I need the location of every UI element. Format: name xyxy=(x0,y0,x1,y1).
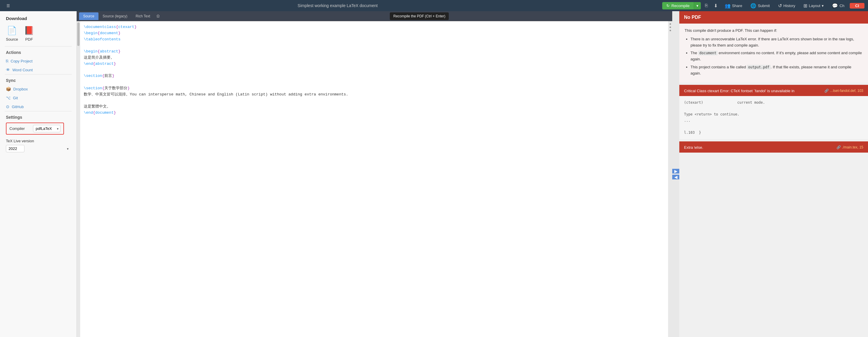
copy-project-item[interactable]: ⎘ Copy Project xyxy=(0,57,76,65)
spell-check-icon[interactable]: Ω xyxy=(154,12,162,20)
word-count-icon: 👁 xyxy=(6,67,10,72)
download-section-title: Download xyxy=(0,11,76,23)
code-line-10: 这是繁體中文。 xyxy=(84,104,664,110)
critical-error-header: Critical Class ctexart Error: CTeX fonts… xyxy=(679,86,868,96)
sidebar: Download 📄 Source 📕 PDF Actions ⎘ Copy P… xyxy=(0,11,77,337)
settings-title: Settings xyxy=(6,115,70,120)
code-blank-3 xyxy=(84,79,664,86)
recompile-button[interactable]: ↻ Recompile xyxy=(662,2,693,9)
github-label: GitHub xyxy=(12,105,24,109)
tab-source-label: Source xyxy=(83,14,94,18)
editor-scrollbar[interactable] xyxy=(77,21,80,337)
editor-resize-gutter[interactable] xyxy=(668,21,672,337)
download-icon-button[interactable]: ⬇ xyxy=(712,2,719,10)
source-file-icon: 📄 xyxy=(7,26,17,35)
editor-scrollbar-thumb xyxy=(77,22,80,46)
history-button[interactable]: ↺ History xyxy=(775,2,798,10)
critical-error-link[interactable]: 🔗 ...tset-fandol.def, 103 xyxy=(824,89,863,93)
layout-label: Layout xyxy=(809,3,820,8)
code-line-3: \tableofcontents xyxy=(84,36,664,43)
right-panel: No PDF This compile didn't produce a PDF… xyxy=(679,11,868,337)
copy-project-label: Copy Project xyxy=(11,59,32,63)
recompile-tooltip: Recompile the PDF (Ctrl + Enter) xyxy=(390,12,449,20)
compiler-label: Compiler xyxy=(9,126,30,131)
code-line-11: \end{document} xyxy=(84,110,664,116)
no-pdf-intro: This compile didn't produce a PDF. This … xyxy=(685,28,863,34)
critical-error-link-text: ...tset-fandol.def, 103 xyxy=(830,89,863,93)
critical-error-code: (ctexart) current mode. Type <return> to… xyxy=(684,100,863,135)
code-line-2: \begin{document} xyxy=(84,30,664,36)
dropbox-icon: 📦 xyxy=(6,87,11,91)
no-pdf-body: This compile didn't produce a PDF. This … xyxy=(679,24,868,82)
no-pdf-title: No PDF xyxy=(684,15,701,20)
nav-menu-button[interactable]: ☰ xyxy=(3,2,13,9)
history-label: History xyxy=(783,3,795,8)
git-icon: ⌥ xyxy=(6,96,11,100)
tab-source[interactable]: Source xyxy=(79,12,98,20)
editor-content[interactable]: \documentclass{ctexart} \begin{document}… xyxy=(80,21,668,337)
code-line-1: \documentclass{ctexart} xyxy=(84,24,664,30)
expand-right-button[interactable]: ▶ xyxy=(672,169,679,173)
actions-title: Actions xyxy=(0,46,76,57)
no-pdf-bullets: There is an unrecoverable LaTeX error. I… xyxy=(690,36,863,77)
layout-icon: ⊞ xyxy=(803,3,807,8)
main-layout: Download 📄 Source 📕 PDF Actions ⎘ Copy P… xyxy=(0,11,868,337)
copy-icon-button[interactable]: ⎘ xyxy=(703,2,710,9)
submit-label: Submit xyxy=(758,3,770,8)
critical-error-body: (ctexart) current mode. Type <return> to… xyxy=(679,96,868,139)
recompile-refresh-icon: ↻ xyxy=(666,3,670,8)
git-item[interactable]: ⌥ Git xyxy=(0,93,76,102)
git-label: Git xyxy=(13,96,18,100)
copy-project-icon: ⎘ xyxy=(6,59,8,63)
recompile-dropdown-button[interactable]: ▾ xyxy=(694,2,701,9)
no-pdf-bullet-3: This project contains a file called outp… xyxy=(690,64,863,77)
submit-button[interactable]: 🌐 Submit xyxy=(747,2,772,10)
extra-else-title: Extra \else. xyxy=(684,145,703,149)
github-item[interactable]: ⊙ GitHub xyxy=(0,102,76,111)
top-nav: ☰ Simplest working example LaTeX documen… xyxy=(0,0,868,11)
link-icon: 🔗 xyxy=(824,89,829,93)
texlive-select-wrap: 2022 2021 2020 2019 xyxy=(6,145,70,152)
panel-arrows: ▶ ◀ xyxy=(672,11,679,337)
texlive-label: TeX Live version xyxy=(6,139,70,143)
layout-chevron-icon: ▾ xyxy=(822,3,824,8)
code-line-5: 这是简介及摘要。 xyxy=(84,55,664,61)
gutter-dot-3 xyxy=(670,30,671,31)
download-source-item[interactable]: 📄 Source xyxy=(6,26,18,41)
source-label: Source xyxy=(6,37,18,41)
download-pdf-item[interactable]: 📕 PDF xyxy=(24,26,34,41)
code-line-7: \section{前言} xyxy=(84,73,664,79)
critical-error-card: Critical Class ctexart Error: CTeX fonts… xyxy=(679,85,868,139)
extra-else-link-text: ./main.tex, 15 xyxy=(842,145,863,149)
layout-button[interactable]: ⊞ Layout ▾ xyxy=(801,2,827,10)
chat-icon: 💬 xyxy=(832,3,838,8)
texlive-select[interactable]: 2022 2021 2020 2019 xyxy=(6,145,25,152)
extra-else-link[interactable]: 🔗 ./main.tex, 15 xyxy=(836,145,863,149)
tab-source-legacy-label: Source (legacy) xyxy=(102,14,127,18)
no-pdf-bullet-2: The document environment contains no con… xyxy=(690,50,863,63)
compiler-select-wrap: pdfLaTeX LaTeX XeLaTeX LuaLaTeX xyxy=(33,125,60,132)
code-line-6: \end{abstract} xyxy=(84,61,664,67)
tab-rich-text[interactable]: Rich Text xyxy=(131,12,154,20)
gutter-dot-2 xyxy=(670,27,671,28)
editor-content-wrap: \documentclass{ctexart} \begin{document}… xyxy=(77,21,672,337)
chat-button[interactable]: 💬 Ch xyxy=(829,2,847,10)
dropbox-item[interactable]: 📦 Dropbox xyxy=(0,85,76,93)
tab-source-legacy[interactable]: Source (legacy) xyxy=(98,12,131,20)
tab-rich-text-label: Rich Text xyxy=(135,14,150,18)
compiler-select[interactable]: pdfLaTeX LaTeX XeLaTeX LuaLaTeX xyxy=(33,125,60,132)
word-count-item[interactable]: 👁 Word Count xyxy=(0,65,76,74)
github-icon: ⊙ xyxy=(6,104,9,109)
expand-left-button[interactable]: ◀ xyxy=(672,175,679,179)
no-pdf-bullet-1: There is an unrecoverable LaTeX error. I… xyxy=(690,36,863,48)
pdf-label: PDF xyxy=(25,37,33,41)
share-button[interactable]: 👥 Share xyxy=(722,2,745,10)
word-count-label: Word Count xyxy=(12,68,33,72)
ci-label: CI xyxy=(855,3,859,8)
code-blank-1 xyxy=(84,42,664,48)
sync-title: Sync xyxy=(0,74,76,85)
gutter-dot-1 xyxy=(670,23,671,25)
recompile-group: ↻ Recompile ▾ xyxy=(662,2,701,9)
extra-else-card: Extra \else. 🔗 ./main.tex, 15 xyxy=(679,141,868,153)
pdf-file-icon: 📕 xyxy=(24,26,34,35)
